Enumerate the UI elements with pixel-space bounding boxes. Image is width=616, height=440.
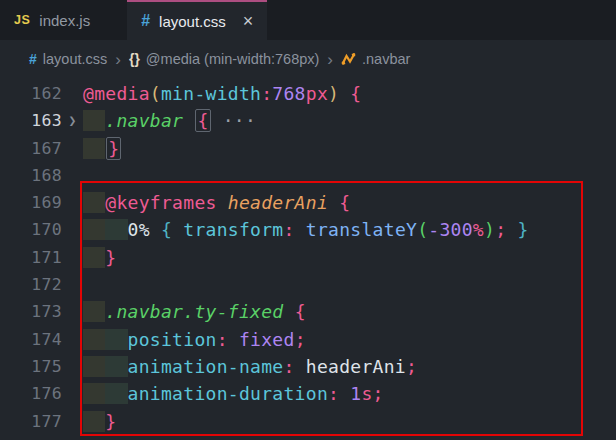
code-token: @keyframes [105,192,216,213]
code-token: : [328,383,339,404]
vscode-window: JS index.js # layout.css × # layout.css … [0,0,616,440]
code-line[interactable]: 162@media(min-width:768px) { [0,80,616,107]
code-token [105,219,127,240]
code-token [172,219,183,240]
fold-column [62,244,83,271]
code-token: .navbar [105,110,183,131]
line-number: 174 [0,326,62,353]
line-number: 176 [0,380,62,407]
code-line[interactable]: 163❯ .navbar { ··· [0,107,616,134]
code-token: ) [328,83,339,104]
code-token: 1 [350,383,361,404]
code-text: .navbar { ··· [83,107,256,134]
css-file-icon: # [29,51,37,67]
line-number: 172 [0,271,62,298]
breadcrumb-item-media[interactable]: {} @media (min-width:768px) [129,51,319,67]
code-line[interactable]: 167 } [0,135,616,162]
code-token: 768 [272,83,305,104]
code-text: @keyframes headerAni { [83,189,350,216]
code-token: } [105,247,116,268]
code-text: @media(min-width:768px) { [83,80,361,107]
tab-index-js[interactable]: JS index.js [0,0,104,40]
code-line[interactable]: 168 [0,162,616,189]
tab-layout-css[interactable]: # layout.css × [127,0,267,40]
code-token [83,192,105,213]
fold-column [62,271,83,298]
editor-tab-bar: JS index.js # layout.css × [0,0,616,40]
code-token: px [306,83,328,104]
code-token: min-width [161,83,261,104]
chevron-right-icon: › [326,51,334,68]
code-text: } [83,408,116,435]
code-line[interactable]: 177 } [0,408,616,435]
code-token: translateY [306,219,417,240]
code-area[interactable]: 162@media(min-width:768px) {163❯ .navbar… [0,80,616,435]
line-number: 163 [0,107,62,134]
code-token [83,247,105,268]
js-file-icon: JS [14,13,30,27]
breadcrumb-label: layout.css [43,51,107,67]
code-token: { [295,301,306,322]
code-token: } [106,137,121,160]
code-token: : [283,356,294,377]
close-tab-icon[interactable]: × [243,12,254,30]
code-token: : [284,219,295,240]
code-token: animation-name [128,356,284,377]
code-token [295,219,306,240]
code-token: @media [83,83,150,104]
code-token [328,192,339,213]
code-token [295,356,306,377]
code-line[interactable]: 175 animation-name: headerAni; [0,353,616,380]
code-token: transform [183,219,283,240]
code-line[interactable]: 173 .navbar.ty-fixed { [0,298,616,325]
code-token [83,110,105,131]
code-line[interactable]: 174 position: fixed; [0,326,616,353]
fold-column [62,216,83,243]
code-token [217,192,228,213]
code-line[interactable]: 170 0% { transform: translateY(-300%); } [0,216,616,243]
code-token: { [161,219,172,240]
css-class-icon [341,52,356,66]
code-token [283,301,294,322]
fold-chevron-icon[interactable]: ❯ [62,107,83,134]
fold-column [62,135,83,162]
fold-column [62,162,83,189]
fold-column [62,380,83,407]
code-token: ( [150,83,161,104]
code-token [105,329,127,350]
code-line[interactable]: 169 @keyframes headerAni { [0,189,616,216]
fold-column [62,326,83,353]
code-token: % [473,219,484,240]
code-line[interactable]: 176 animation-duration: 1s; [0,380,616,407]
code-text: } [83,135,122,162]
code-token [83,138,105,159]
fold-column [62,408,83,435]
code-line[interactable]: 172 [0,271,616,298]
code-token: headerAni [306,356,406,377]
code-token: ; [495,219,506,240]
breadcrumb-item-navbar[interactable]: .navbar [341,51,410,67]
code-token: { [350,83,361,104]
code-token [506,219,517,240]
code-token: s [361,383,372,404]
code-token: headerAni [228,192,328,213]
line-number: 177 [0,408,62,435]
fold-column [62,353,83,380]
code-token [105,383,127,404]
code-token: 0% [128,219,150,240]
code-token [83,411,105,432]
fold-column [62,80,83,107]
code-token: animation-duration [128,383,328,404]
line-number: 170 [0,216,62,243]
braces-icon: {} [129,51,140,67]
breadcrumb: # layout.css › {} @media (min-width:768p… [0,40,616,78]
code-line[interactable]: 171 } [0,244,616,271]
code-token: -300 [428,219,473,240]
code-text: animation-name: headerAni; [83,353,417,380]
code-token: } [517,219,528,240]
line-number: 169 [0,189,62,216]
fold-column [62,189,83,216]
code-token: ( [417,219,428,240]
breadcrumb-item-file[interactable]: # layout.css [29,51,107,67]
code-token: ; [406,356,417,377]
